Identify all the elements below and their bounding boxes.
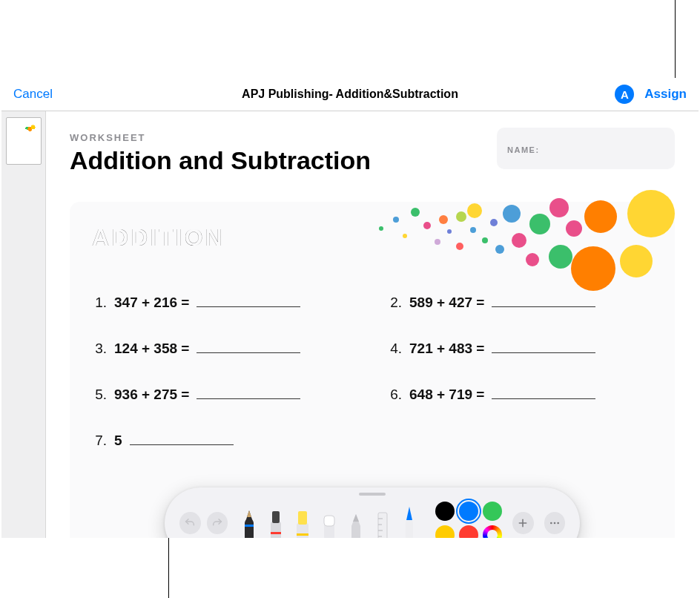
ellipsis-icon xyxy=(549,517,561,529)
color-palette xyxy=(435,502,502,538)
svg-rect-34 xyxy=(324,516,334,526)
eraser-tool[interactable] xyxy=(318,502,340,538)
svg-point-11 xyxy=(467,203,482,218)
svg-rect-26 xyxy=(245,525,254,527)
svg-point-22 xyxy=(571,246,615,291)
page-thumbnail-1[interactable] xyxy=(6,117,42,165)
problem-row: 3.124 + 358 = xyxy=(92,339,357,357)
markup-mode-badge[interactable]: A xyxy=(615,85,634,104)
color-picker-wheel[interactable] xyxy=(483,525,502,538)
svg-rect-42 xyxy=(406,520,413,538)
svg-point-46 xyxy=(553,522,555,525)
svg-point-17 xyxy=(526,253,539,266)
answer-blank[interactable] xyxy=(492,339,595,353)
color-black[interactable] xyxy=(435,502,455,521)
color-yellow[interactable] xyxy=(435,525,455,538)
marker-tool[interactable] xyxy=(265,502,287,538)
problem-number: 6. xyxy=(387,387,402,403)
svg-point-45 xyxy=(550,522,552,525)
answer-blank[interactable] xyxy=(492,385,595,399)
header-bar: Cancel APJ Publishing- Addition&Subtract… xyxy=(1,78,699,111)
problem-equation: 347 + 216 = xyxy=(114,295,189,311)
color-red[interactable] xyxy=(459,525,478,538)
answer-blank[interactable] xyxy=(197,385,300,399)
section-heading: ADDITION xyxy=(92,224,653,252)
redo-button[interactable] xyxy=(207,512,228,534)
svg-rect-28 xyxy=(272,511,280,523)
svg-point-3 xyxy=(411,208,420,217)
problem-row: 1.347 + 216 = xyxy=(92,293,357,311)
svg-point-47 xyxy=(557,522,559,525)
toolbar-grabber[interactable] xyxy=(359,493,386,496)
problem-row: 7.5 xyxy=(92,431,357,449)
add-button[interactable] xyxy=(512,512,534,534)
name-label: NAME: xyxy=(507,145,540,154)
problem-equation: 721 + 483 = xyxy=(409,341,484,357)
page-thumbnails-sidebar xyxy=(1,111,46,538)
markup-toolbar xyxy=(165,487,580,538)
problems-grid: 1.347 + 216 =2.589 + 427 =3.124 + 358 =4… xyxy=(92,293,653,449)
problem-number: 5. xyxy=(92,387,107,403)
lasso-tool[interactable] xyxy=(398,502,420,538)
problem-row: 6.648 + 719 = xyxy=(387,385,653,403)
app-window: Cancel APJ Publishing- Addition&Subtract… xyxy=(1,78,699,538)
problem-number: 2. xyxy=(387,295,402,311)
ruler-tool[interactable] xyxy=(372,502,394,538)
assign-button[interactable]: Assign xyxy=(644,87,687,102)
answer-blank[interactable] xyxy=(197,293,300,307)
svg-rect-29 xyxy=(271,532,281,534)
svg-rect-27 xyxy=(271,522,281,538)
answer-blank[interactable] xyxy=(492,293,595,307)
svg-point-6 xyxy=(439,215,448,224)
problem-equation: 648 + 719 = xyxy=(409,387,484,403)
answer-blank[interactable] xyxy=(197,339,300,353)
problem-equation: 5 xyxy=(114,433,122,449)
problem-equation: 589 + 427 = xyxy=(409,295,484,311)
problem-row: 2.589 + 427 = xyxy=(387,293,653,311)
svg-point-9 xyxy=(456,211,466,222)
highlighter-tool[interactable] xyxy=(291,502,314,538)
undo-icon xyxy=(184,517,196,529)
document-canvas[interactable]: WORKSHEET Addition and Subtraction NAME:… xyxy=(46,111,699,538)
pencil-tool[interactable] xyxy=(345,502,367,538)
problem-row: 5.936 + 275 = xyxy=(92,385,357,403)
problem-row: 4.721 + 483 = xyxy=(387,339,653,357)
color-green[interactable] xyxy=(483,502,502,521)
svg-point-1 xyxy=(393,217,399,223)
plus-icon xyxy=(517,517,529,529)
svg-rect-32 xyxy=(297,533,308,536)
problem-number: 1. xyxy=(92,295,107,311)
problem-equation: 936 + 275 = xyxy=(114,387,189,403)
undo-button[interactable] xyxy=(179,512,201,534)
svg-rect-31 xyxy=(298,511,307,525)
cancel-button[interactable]: Cancel xyxy=(13,87,53,102)
problem-equation: 124 + 358 = xyxy=(114,341,189,357)
name-field-box: NAME: xyxy=(497,128,675,169)
redo-icon xyxy=(211,517,223,529)
svg-point-19 xyxy=(549,198,569,217)
document-title: APJ Publishing- Addition&Subtraction xyxy=(1,88,699,101)
callout-line-top xyxy=(675,0,676,78)
color-blue[interactable] xyxy=(459,502,478,521)
pen-tool[interactable] xyxy=(238,502,260,538)
svg-point-15 xyxy=(503,205,521,223)
svg-rect-35 xyxy=(378,513,387,538)
answer-blank[interactable] xyxy=(130,431,234,445)
callout-line-bottom xyxy=(168,538,169,598)
problem-number: 4. xyxy=(387,341,402,357)
problem-number: 3. xyxy=(92,341,107,357)
tool-picker xyxy=(238,487,420,538)
more-button[interactable] xyxy=(544,512,566,534)
problem-number: 7. xyxy=(92,433,107,449)
